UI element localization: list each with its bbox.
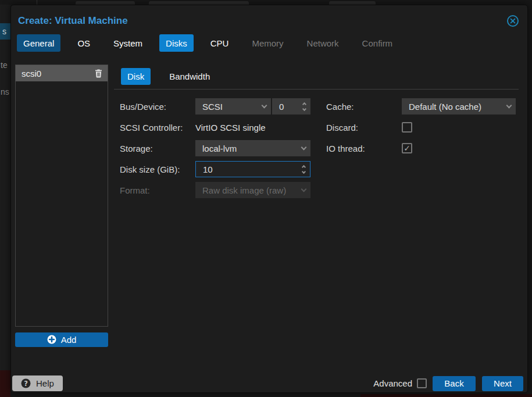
spinner-arrows-icon[interactable] xyxy=(302,166,305,173)
io-thread-label: IO thread: xyxy=(326,144,402,153)
add-disk-button[interactable]: Add xyxy=(15,332,108,347)
tab-disks[interactable]: Disks xyxy=(159,34,194,52)
disk-list-item-scsi0[interactable]: scsi0 xyxy=(16,65,108,81)
disk-sub-tab-bar: Disk Bandwidth xyxy=(121,68,527,85)
background-panel-fragment xyxy=(0,370,10,397)
background-tree-item: te xyxy=(0,58,10,72)
format-label: Format: xyxy=(120,185,195,195)
storage-select[interactable]: local-lvm xyxy=(195,140,310,156)
background-toolbar xyxy=(0,0,532,5)
trash-icon[interactable] xyxy=(95,69,102,78)
cache-select[interactable]: Default (No cache) xyxy=(402,98,516,115)
discard-checkbox[interactable] xyxy=(402,122,412,133)
storage-label: Storage: xyxy=(120,144,195,153)
subtab-disk[interactable]: Disk xyxy=(121,68,151,85)
spinner-arrows-icon[interactable] xyxy=(303,103,306,110)
back-button[interactable]: Back xyxy=(433,376,476,391)
background-panel-fragment xyxy=(360,394,532,397)
disk-settings-column: Disk Bandwidth Bus/Device: SCSI xyxy=(114,65,527,347)
background-divider xyxy=(37,0,37,5)
background-tree-item: ns xyxy=(0,85,10,99)
advanced-checkbox[interactable] xyxy=(417,378,427,388)
cache-select-value: Default (No cache) xyxy=(409,102,507,112)
subtab-bandwidth[interactable]: Bandwidth xyxy=(163,68,216,85)
advanced-toggle-group: Advanced xyxy=(373,378,427,388)
cache-label: Cache: xyxy=(326,102,402,112)
wizard-tab-bar: General OS System Disks CPU Memory Netwo… xyxy=(17,34,527,52)
separator-line xyxy=(114,89,519,90)
form-row-io-thread: IO thread: ✓ xyxy=(326,140,518,156)
chevron-down-icon xyxy=(506,102,512,108)
add-button-label: Add xyxy=(61,335,77,345)
format-select-value: Raw disk image (raw) xyxy=(202,185,302,195)
bus-device-label: Bus/Device: xyxy=(120,102,195,112)
storage-select-value: local-lvm xyxy=(202,144,302,153)
scsi-controller-value: VirtIO SCSI single xyxy=(195,123,266,133)
tab-general[interactable]: General xyxy=(17,34,60,52)
advanced-label[interactable]: Advanced xyxy=(373,378,412,388)
form-column-right: Cache: Default (No cache) Discard: IO th… xyxy=(326,98,518,203)
bus-select[interactable]: SCSI xyxy=(195,98,271,115)
background-resource-tree: s te ns xyxy=(0,5,10,397)
disk-form: Bus/Device: SCSI 0 xyxy=(114,98,527,203)
form-row-disk-size: Disk size (GiB): 10 xyxy=(120,161,310,177)
help-button-label: Help xyxy=(36,378,54,388)
background-tree-selected-item: s xyxy=(0,23,10,40)
form-row-discard: Discard: xyxy=(326,119,518,135)
svg-text:?: ? xyxy=(24,380,28,388)
form-row-format: Format: Raw disk image (raw) xyxy=(120,182,310,198)
disk-list-column: scsi0 xyxy=(15,65,108,347)
question-circle-icon: ? xyxy=(21,378,31,388)
tab-cpu[interactable]: CPU xyxy=(204,34,235,52)
form-row-scsi-controller: SCSI Controller: VirtIO SCSI single xyxy=(120,119,310,135)
device-number-input[interactable]: 0 xyxy=(272,98,310,115)
disk-item-label: scsi0 xyxy=(22,69,41,78)
discard-label: Discard: xyxy=(326,123,402,133)
dialog-footer: ? Help Advanced Back Next xyxy=(12,375,523,391)
disk-size-input[interactable]: 10 xyxy=(195,161,310,177)
form-column-left: Bus/Device: SCSI 0 xyxy=(120,98,310,203)
disk-list: scsi0 xyxy=(15,65,108,327)
chevron-down-icon xyxy=(301,144,307,150)
dialog-header: Create: Virtual Machine xyxy=(11,5,527,30)
disks-panel: scsi0 xyxy=(11,65,527,347)
form-row-storage: Storage: local-lvm xyxy=(120,140,310,156)
device-number-value: 0 xyxy=(279,102,301,112)
tab-system[interactable]: System xyxy=(107,34,149,52)
form-row-bus-device: Bus/Device: SCSI 0 xyxy=(120,98,310,115)
plus-circle-icon xyxy=(47,335,56,344)
tab-confirm: Confirm xyxy=(356,34,399,52)
format-select: Raw disk image (raw) xyxy=(195,182,310,198)
help-button[interactable]: ? Help xyxy=(12,375,63,391)
tab-network: Network xyxy=(301,34,345,52)
io-thread-checkbox[interactable]: ✓ xyxy=(402,143,412,153)
tab-os[interactable]: OS xyxy=(71,34,97,52)
next-button[interactable]: Next xyxy=(482,376,523,391)
chevron-down-icon xyxy=(301,186,307,192)
disk-size-label: Disk size (GiB): xyxy=(120,164,195,174)
dialog-title: Create: Virtual Machine xyxy=(18,15,128,27)
create-vm-dialog: Create: Virtual Machine General OS Syste… xyxy=(10,5,528,393)
tab-memory: Memory xyxy=(245,34,290,52)
close-icon[interactable] xyxy=(506,14,520,28)
checkmark-icon: ✓ xyxy=(404,144,410,152)
chevron-down-icon xyxy=(262,102,267,108)
form-row-cache: Cache: Default (No cache) xyxy=(326,98,518,115)
scsi-controller-label: SCSI Controller: xyxy=(120,123,195,133)
bus-select-value: SCSI xyxy=(202,102,262,112)
disk-size-value: 10 xyxy=(203,164,300,174)
